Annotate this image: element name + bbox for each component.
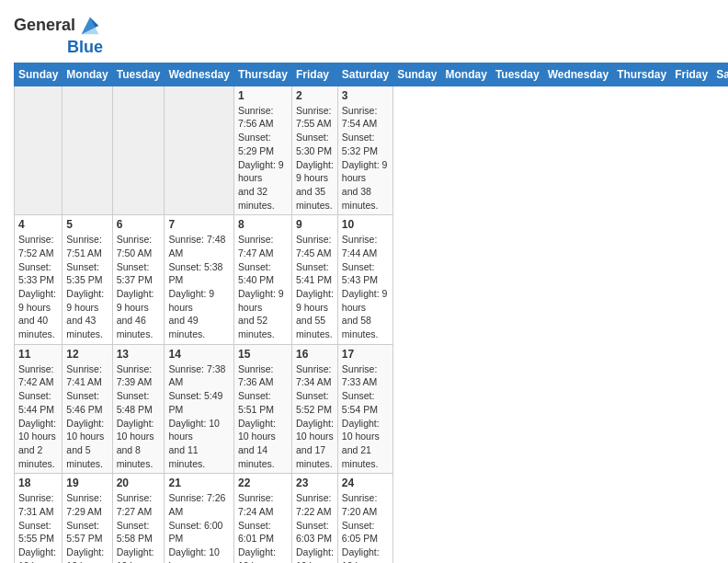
day-info: Sunrise: 7:38 AM Sunset: 5:49 PM Dayligh… bbox=[168, 362, 229, 471]
weekday-header-thursday: Thursday bbox=[613, 63, 671, 86]
calendar-cell: 18Sunrise: 7:31 AM Sunset: 5:55 PM Dayli… bbox=[15, 474, 63, 563]
calendar-table: SundayMondayTuesdayWednesdayThursdayFrid… bbox=[14, 63, 728, 563]
weekday-header-tuesday: Tuesday bbox=[112, 63, 165, 86]
day-number: 14 bbox=[168, 348, 229, 361]
logo-blue-text: Blue bbox=[67, 39, 103, 57]
day-number: 23 bbox=[296, 477, 334, 489]
day-info: Sunrise: 7:26 AM Sunset: 6:00 PM Dayligh… bbox=[168, 491, 229, 563]
calendar-cell: 11Sunrise: 7:42 AM Sunset: 5:44 PM Dayli… bbox=[15, 344, 63, 474]
day-number: 1 bbox=[238, 89, 288, 102]
calendar-week-row: 1Sunrise: 7:56 AM Sunset: 5:29 PM Daylig… bbox=[15, 86, 729, 215]
calendar-cell: 20Sunrise: 7:27 AM Sunset: 5:58 PM Dayli… bbox=[112, 474, 165, 563]
calendar-cell: 7Sunrise: 7:48 AM Sunset: 5:38 PM Daylig… bbox=[165, 215, 233, 345]
day-number: 13 bbox=[117, 348, 161, 361]
day-number: 19 bbox=[66, 477, 108, 489]
calendar-cell: 3Sunrise: 7:54 AM Sunset: 5:32 PM Daylig… bbox=[337, 86, 392, 215]
calendar-cell bbox=[112, 86, 165, 215]
weekday-header-friday: Friday bbox=[671, 63, 712, 86]
weekday-header-sunday: Sunday bbox=[15, 63, 63, 86]
day-info: Sunrise: 7:33 AM Sunset: 5:54 PM Dayligh… bbox=[342, 362, 389, 471]
calendar-cell: 21Sunrise: 7:26 AM Sunset: 6:00 PM Dayli… bbox=[165, 474, 233, 563]
calendar-cell: 2Sunrise: 7:55 AM Sunset: 5:30 PM Daylig… bbox=[291, 86, 337, 215]
weekday-header-saturday: Saturday bbox=[712, 63, 728, 86]
calendar-cell bbox=[165, 86, 233, 215]
calendar-cell: 6Sunrise: 7:50 AM Sunset: 5:37 PM Daylig… bbox=[112, 215, 165, 345]
day-info: Sunrise: 7:47 AM Sunset: 5:40 PM Dayligh… bbox=[238, 233, 288, 341]
weekday-header-thursday: Thursday bbox=[233, 63, 291, 86]
calendar-week-row: 11Sunrise: 7:42 AM Sunset: 5:44 PM Dayli… bbox=[15, 344, 729, 474]
day-info: Sunrise: 7:52 AM Sunset: 5:33 PM Dayligh… bbox=[18, 233, 58, 341]
calendar-cell: 10Sunrise: 7:44 AM Sunset: 5:43 PM Dayli… bbox=[337, 215, 392, 345]
calendar-cell: 19Sunrise: 7:29 AM Sunset: 5:57 PM Dayli… bbox=[63, 474, 112, 563]
calendar-week-row: 4Sunrise: 7:52 AM Sunset: 5:33 PM Daylig… bbox=[15, 215, 729, 345]
day-info: Sunrise: 7:36 AM Sunset: 5:51 PM Dayligh… bbox=[238, 362, 288, 471]
logo: General Blue bbox=[14, 13, 103, 57]
calendar-week-row: 18Sunrise: 7:31 AM Sunset: 5:55 PM Dayli… bbox=[15, 474, 729, 563]
day-number: 4 bbox=[18, 218, 58, 231]
calendar-cell: 22Sunrise: 7:24 AM Sunset: 6:01 PM Dayli… bbox=[233, 474, 291, 563]
day-number: 3 bbox=[342, 89, 389, 102]
day-number: 6 bbox=[117, 218, 161, 231]
calendar-cell: 8Sunrise: 7:47 AM Sunset: 5:40 PM Daylig… bbox=[233, 215, 291, 345]
day-number: 20 bbox=[117, 477, 161, 489]
day-number: 24 bbox=[342, 477, 389, 489]
day-info: Sunrise: 7:54 AM Sunset: 5:32 PM Dayligh… bbox=[342, 104, 389, 213]
day-number: 11 bbox=[18, 348, 58, 361]
day-number: 10 bbox=[342, 218, 389, 231]
day-number: 21 bbox=[168, 477, 229, 489]
day-number: 17 bbox=[342, 348, 389, 361]
day-info: Sunrise: 7:20 AM Sunset: 6:05 PM Dayligh… bbox=[342, 491, 389, 563]
day-info: Sunrise: 7:56 AM Sunset: 5:29 PM Dayligh… bbox=[238, 104, 288, 213]
weekday-header-sunday: Sunday bbox=[393, 63, 441, 86]
calendar-cell: 9Sunrise: 7:45 AM Sunset: 5:41 PM Daylig… bbox=[291, 215, 337, 345]
logo-text: General bbox=[14, 17, 75, 35]
weekday-header-saturday: Saturday bbox=[337, 63, 392, 86]
day-info: Sunrise: 7:48 AM Sunset: 5:38 PM Dayligh… bbox=[168, 233, 229, 341]
day-info: Sunrise: 7:41 AM Sunset: 5:46 PM Dayligh… bbox=[66, 362, 108, 471]
day-info: Sunrise: 7:27 AM Sunset: 5:58 PM Dayligh… bbox=[117, 491, 161, 563]
day-number: 12 bbox=[66, 348, 108, 361]
calendar-cell: 13Sunrise: 7:39 AM Sunset: 5:48 PM Dayli… bbox=[112, 344, 165, 474]
day-info: Sunrise: 7:45 AM Sunset: 5:41 PM Dayligh… bbox=[296, 233, 334, 341]
day-info: Sunrise: 7:42 AM Sunset: 5:44 PM Dayligh… bbox=[18, 362, 58, 471]
calendar-header-row: SundayMondayTuesdayWednesdayThursdayFrid… bbox=[15, 63, 729, 86]
calendar-cell: 12Sunrise: 7:41 AM Sunset: 5:46 PM Dayli… bbox=[63, 344, 112, 474]
day-info: Sunrise: 7:50 AM Sunset: 5:37 PM Dayligh… bbox=[117, 233, 161, 341]
weekday-header-wednesday: Wednesday bbox=[543, 63, 612, 86]
page-header: General Blue bbox=[14, 9, 714, 57]
day-number: 5 bbox=[66, 218, 108, 231]
day-info: Sunrise: 7:29 AM Sunset: 5:57 PM Dayligh… bbox=[66, 491, 108, 563]
day-number: 16 bbox=[296, 348, 334, 361]
day-info: Sunrise: 7:39 AM Sunset: 5:48 PM Dayligh… bbox=[117, 362, 161, 471]
day-info: Sunrise: 7:31 AM Sunset: 5:55 PM Dayligh… bbox=[18, 491, 58, 563]
day-info: Sunrise: 7:22 AM Sunset: 6:03 PM Dayligh… bbox=[296, 491, 334, 563]
calendar-cell: 24Sunrise: 7:20 AM Sunset: 6:05 PM Dayli… bbox=[337, 474, 392, 563]
weekday-header-monday: Monday bbox=[63, 63, 112, 86]
calendar-cell bbox=[15, 86, 63, 215]
calendar-cell: 15Sunrise: 7:36 AM Sunset: 5:51 PM Dayli… bbox=[233, 344, 291, 474]
logo-icon bbox=[77, 13, 103, 39]
calendar-cell bbox=[63, 86, 112, 215]
day-info: Sunrise: 7:55 AM Sunset: 5:30 PM Dayligh… bbox=[296, 104, 334, 213]
calendar-cell: 5Sunrise: 7:51 AM Sunset: 5:35 PM Daylig… bbox=[63, 215, 112, 345]
calendar-cell: 17Sunrise: 7:33 AM Sunset: 5:54 PM Dayli… bbox=[337, 344, 392, 474]
weekday-header-friday: Friday bbox=[291, 63, 337, 86]
calendar-cell: 14Sunrise: 7:38 AM Sunset: 5:49 PM Dayli… bbox=[165, 344, 233, 474]
day-number: 18 bbox=[18, 477, 58, 489]
calendar-cell: 1Sunrise: 7:56 AM Sunset: 5:29 PM Daylig… bbox=[233, 86, 291, 215]
day-number: 9 bbox=[296, 218, 334, 231]
calendar-cell: 4Sunrise: 7:52 AM Sunset: 5:33 PM Daylig… bbox=[15, 215, 63, 345]
weekday-header-tuesday: Tuesday bbox=[491, 63, 543, 86]
day-info: Sunrise: 7:44 AM Sunset: 5:43 PM Dayligh… bbox=[342, 233, 389, 341]
weekday-header-monday: Monday bbox=[441, 63, 491, 86]
day-number: 22 bbox=[238, 477, 288, 489]
weekday-header-wednesday: Wednesday bbox=[165, 63, 233, 86]
day-number: 15 bbox=[238, 348, 288, 361]
day-number: 7 bbox=[168, 218, 229, 231]
day-number: 8 bbox=[238, 218, 288, 231]
day-info: Sunrise: 7:34 AM Sunset: 5:52 PM Dayligh… bbox=[296, 362, 334, 471]
calendar-cell: 16Sunrise: 7:34 AM Sunset: 5:52 PM Dayli… bbox=[291, 344, 337, 474]
calendar-cell: 23Sunrise: 7:22 AM Sunset: 6:03 PM Dayli… bbox=[291, 474, 337, 563]
day-info: Sunrise: 7:51 AM Sunset: 5:35 PM Dayligh… bbox=[66, 233, 108, 341]
day-number: 2 bbox=[296, 89, 334, 102]
